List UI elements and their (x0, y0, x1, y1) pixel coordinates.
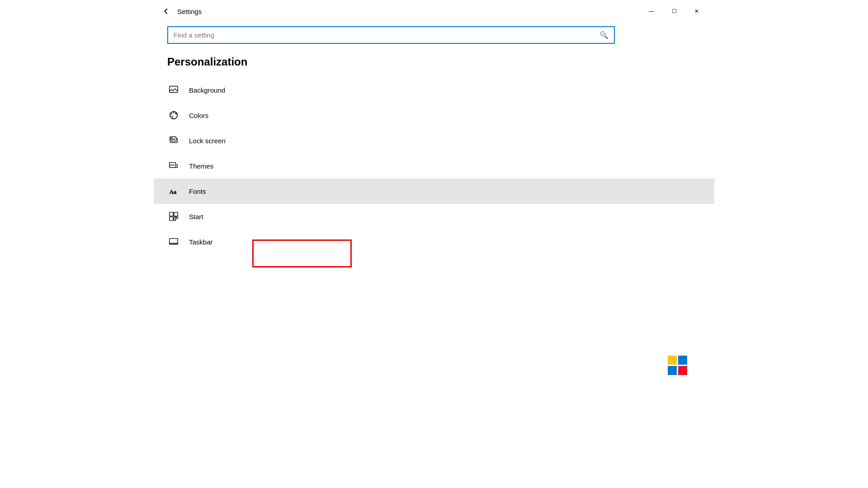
svg-rect-17 (170, 243, 178, 244)
maximize-button[interactable]: ☐ (664, 4, 684, 19)
svg-point-7 (174, 139, 175, 140)
logo-tile-blue-top (678, 356, 687, 365)
svg-point-2 (171, 113, 172, 114)
search-input[interactable] (174, 31, 599, 39)
window-controls: — ☐ ✕ (641, 4, 707, 19)
svg-point-4 (175, 113, 176, 114)
title-bar: Settings — ☐ ✕ (154, 0, 714, 23)
logo-tile-blue-bottom (668, 366, 677, 375)
settings-window: Settings — ☐ ✕ 🔍 Personalization Backgro… (154, 0, 714, 389)
nav-item-fonts-label: Fonts (189, 188, 206, 195)
fonts-icon: Aa (167, 185, 180, 197)
nav-item-colors-label: Colors (189, 112, 208, 119)
nav-item-themes[interactable]: Themes (154, 153, 714, 178)
nav-item-lock-screen[interactable]: Lock screen (154, 128, 714, 153)
logo-tile-yellow (668, 356, 677, 365)
window-title: Settings (177, 8, 202, 15)
minimize-button[interactable]: — (641, 4, 662, 19)
background-icon (167, 84, 180, 96)
close-button[interactable]: ✕ (686, 4, 707, 19)
nav-item-taskbar[interactable]: Taskbar (154, 229, 714, 254)
nav-item-background-label: Background (189, 86, 225, 94)
nav-item-colors[interactable]: Colors (154, 103, 714, 128)
svg-rect-14 (176, 217, 178, 219)
windows-logo (668, 356, 687, 375)
svg-rect-6 (171, 138, 173, 141)
search-icon: 🔍 (599, 31, 609, 39)
nav-list: Background Colors (154, 77, 714, 254)
search-bar[interactable]: 🔍 (167, 26, 615, 44)
nav-item-start-label: Start (189, 213, 203, 221)
lock-screen-icon (167, 134, 180, 147)
taskbar-icon (167, 235, 180, 248)
nav-item-background[interactable]: Background (154, 77, 714, 103)
themes-icon (167, 160, 180, 172)
nav-item-fonts[interactable]: Aa Fonts (154, 178, 714, 204)
nav-item-taskbar-label: Taskbar (189, 238, 213, 246)
colors-icon (167, 109, 180, 122)
svg-rect-13 (174, 217, 176, 221)
logo-tile-red (678, 366, 687, 375)
start-icon (167, 210, 180, 223)
svg-rect-11 (174, 212, 178, 216)
back-icon (161, 6, 171, 16)
nav-item-lock-screen-label: Lock screen (189, 137, 226, 145)
nav-item-start[interactable]: Start (154, 204, 714, 229)
svg-text:Aa: Aa (170, 189, 177, 195)
nav-item-themes-label: Themes (189, 162, 213, 170)
page-heading: Personalization (154, 51, 714, 77)
search-bar-container: 🔍 (154, 23, 714, 51)
svg-rect-0 (170, 86, 178, 93)
svg-rect-12 (170, 217, 173, 221)
back-button[interactable] (161, 6, 171, 16)
svg-rect-10 (170, 212, 173, 216)
svg-point-3 (173, 112, 174, 113)
